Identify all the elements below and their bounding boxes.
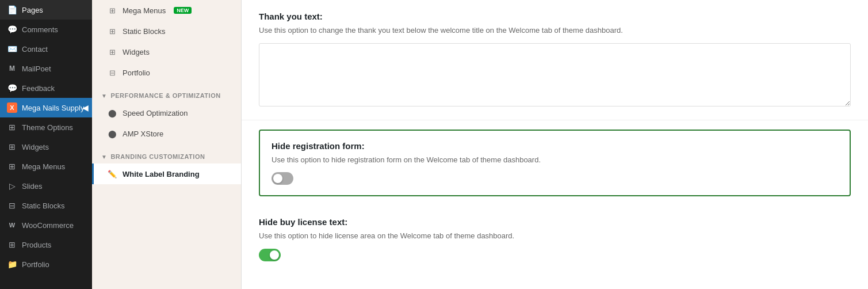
middle-item-label: Widgets <box>123 48 150 56</box>
hide-buy-license-toggle-wrapper <box>259 249 851 261</box>
theme-options-icon: ⊞ <box>7 122 17 132</box>
sidebar-item-label: Widgets <box>22 143 49 151</box>
mega-menus-icon: ⊞ <box>7 161 17 172</box>
sidebar-item-portfolio[interactable]: 📁 Portfolio <box>0 254 92 274</box>
toggle-track-on <box>259 249 281 261</box>
feedback-icon: 💬 <box>7 83 17 93</box>
sidebar-item-comments[interactable]: 💬 Comments <box>0 20 92 39</box>
white-label-icon: ✏️ <box>108 169 117 178</box>
sidebar-item-mega-nails[interactable]: X Mega Nails Supply ◀ <box>0 98 92 117</box>
sidebar-item-label: MailPoet <box>22 64 51 73</box>
pages-icon: 📄 <box>7 5 17 15</box>
sidebar-item-pages[interactable]: 📄 Pages <box>0 0 92 20</box>
hide-buy-license-section: Hide buy license text: Use this option t… <box>242 206 868 273</box>
hide-registration-toggle-wrapper <box>272 172 838 185</box>
hide-registration-title: Hide registration form: <box>272 141 838 151</box>
sidebar-item-label: Products <box>22 241 51 249</box>
hide-registration-desc: Use this option to hide registration for… <box>272 154 838 166</box>
sidebar-item-contact[interactable]: ✉️ Contact <box>0 39 92 59</box>
sidebar-item-label: Theme Options <box>22 123 73 132</box>
perf-collapse-arrow: ▼ <box>101 93 107 99</box>
toggle-thumb-on <box>270 250 279 260</box>
hide-buy-license-toggle[interactable] <box>259 249 281 261</box>
sidebar-item-feedback[interactable]: 💬 Feedback <box>0 78 92 98</box>
middle-panel-item-portfolio[interactable]: ⊟ Portfolio <box>92 62 241 83</box>
mega-menus-mid-icon: ⊞ <box>108 6 117 15</box>
portfolio-mid-icon: ⊟ <box>108 68 117 77</box>
sidebar-item-label: Slides <box>22 182 42 191</box>
sidebar-item-widgets[interactable]: ⊞ Widgets <box>0 137 92 157</box>
amp-icon: ⬤ <box>108 129 117 138</box>
main-content: Thank you text: Use this option to chang… <box>242 0 868 289</box>
sidebar-item-products[interactable]: ⊞ Products <box>0 235 92 254</box>
middle-panel-item-mega-menus[interactable]: ⊞ Mega Menus NEW <box>92 0 241 21</box>
branding-section-label: Branding Customization <box>110 153 205 160</box>
comments-icon: 💬 <box>7 24 17 35</box>
middle-item-label: White Label Branding <box>123 170 200 178</box>
toggle-thumb <box>273 174 282 183</box>
thank-you-desc: Use this option to change the thank you … <box>259 25 851 36</box>
sidebar-item-static-blocks[interactable]: ⊟ Static Blocks <box>0 196 92 215</box>
sidebar: 📄 Pages 💬 Comments ✉️ Contact M MailPoet… <box>0 0 92 289</box>
middle-item-label: Mega Menus <box>123 6 166 15</box>
contact-icon: ✉️ <box>7 44 17 54</box>
slides-icon: ▷ <box>7 181 17 191</box>
woocommerce-icon: W <box>7 220 17 230</box>
middle-panel-item-static-blocks[interactable]: ⊞ Static Blocks <box>92 21 241 41</box>
sidebar-item-mega-menus[interactable]: ⊞ Mega Menus <box>0 157 92 176</box>
sidebar-item-label: Contact <box>22 45 48 54</box>
static-blocks-mid-icon: ⊞ <box>108 26 117 36</box>
sidebar-item-label: Static Blocks <box>22 201 64 210</box>
sidebar-item-woocommerce[interactable]: W WooCommerce <box>0 215 92 235</box>
middle-panel: ⊞ Mega Menus NEW ⊞ Static Blocks ⊞ Widge… <box>92 0 242 289</box>
mega-nails-icon: X <box>7 102 17 113</box>
speed-icon: ⬤ <box>108 108 117 117</box>
sidebar-item-label: Mega Menus <box>22 162 65 171</box>
middle-item-label: AMP XStore <box>123 130 163 138</box>
sidebar-item-label: Comments <box>22 25 58 34</box>
middle-panel-item-widgets[interactable]: ⊞ Widgets <box>92 41 241 62</box>
toggle-track <box>272 172 293 185</box>
widgets-mid-icon: ⊞ <box>108 47 117 56</box>
sidebar-item-label: Mega Nails Supply <box>22 104 84 112</box>
sidebar-item-label: WooCommerce <box>22 221 74 230</box>
sidebar-item-label: Pages <box>22 6 43 14</box>
sidebar-item-mailpoet[interactable]: M MailPoet <box>0 59 92 78</box>
static-blocks-icon: ⊟ <box>7 200 17 211</box>
thank-you-textarea[interactable] <box>259 43 851 107</box>
perf-section-header[interactable]: ▼ Performance & Optimization <box>92 85 241 102</box>
middle-panel-item-amp[interactable]: ⬤ AMP XStore <box>92 123 241 144</box>
mailpoet-icon: M <box>7 63 17 74</box>
middle-item-label: Static Blocks <box>123 27 165 36</box>
widgets-icon: ⊞ <box>7 142 17 152</box>
middle-item-label: Portfolio <box>123 69 150 77</box>
branding-collapse-arrow: ▼ <box>101 154 107 160</box>
hide-buy-license-title: Hide buy license text: <box>259 217 851 227</box>
branding-section-header[interactable]: ▼ Branding Customization <box>92 146 241 163</box>
sidebar-item-slides[interactable]: ▷ Slides <box>0 176 92 196</box>
thank-you-section: Thank you text: Use this option to chang… <box>242 0 868 120</box>
sidebar-item-theme-options[interactable]: ⊞ Theme Options <box>0 117 92 137</box>
products-icon: ⊞ <box>7 239 17 250</box>
perf-section-label: Performance & Optimization <box>110 92 220 99</box>
sidebar-item-label: Feedback <box>22 84 55 93</box>
middle-panel-item-white-label[interactable]: ✏️ White Label Branding <box>92 163 241 184</box>
new-badge: NEW <box>174 7 192 14</box>
hide-buy-license-desc: Use this option to hide license area on … <box>259 230 851 242</box>
hide-registration-section: Hide registration form: Use this option … <box>259 130 851 197</box>
thank-you-title: Thank you text: <box>259 12 851 21</box>
active-arrow: ◀ <box>82 103 89 112</box>
middle-panel-item-speed[interactable]: ⬤ Speed Optimization <box>92 102 241 123</box>
portfolio-icon: 📁 <box>7 259 17 269</box>
sidebar-item-label: Portfolio <box>22 260 49 269</box>
middle-item-label: Speed Optimization <box>123 109 188 117</box>
hide-registration-toggle[interactable] <box>272 172 293 185</box>
